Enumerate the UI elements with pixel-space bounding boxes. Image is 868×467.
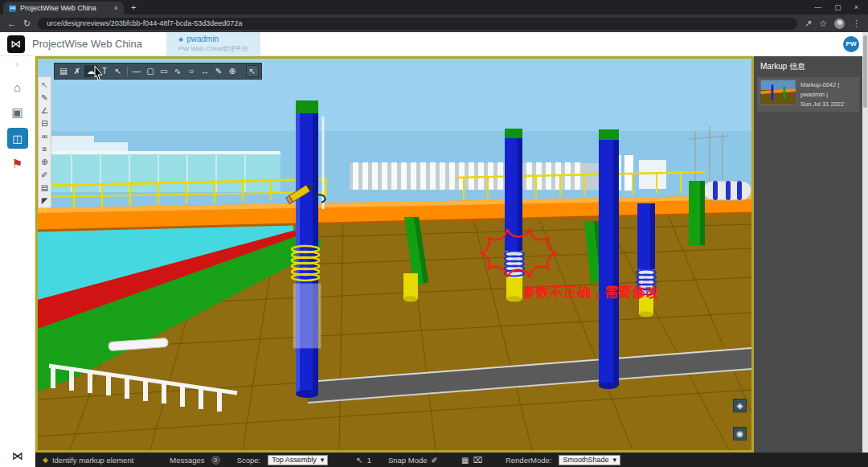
user-avatar[interactable]: PW bbox=[843, 36, 859, 52]
ellipse-icon[interactable]: ○ bbox=[185, 65, 198, 77]
markup-item-title: Markup-0042 | pwadmin | bbox=[800, 80, 857, 100]
save-icon[interactable]: ▤ bbox=[57, 65, 70, 77]
clipboard-tool-icon[interactable]: ▤ bbox=[39, 181, 51, 194]
app-title: ProjectWise Web China bbox=[32, 38, 142, 50]
browser-avatar[interactable] bbox=[834, 18, 845, 29]
annotation-text[interactable]: 参数不正确，需要修改 bbox=[522, 285, 660, 300]
markup-list-item[interactable]: Markup-0042 | pwadmin | Sun Jul 31 2022 bbox=[757, 77, 859, 112]
status-bar: ◆ Identify markup element Messages 0 Sco… bbox=[35, 453, 868, 467]
bookmark-star-icon[interactable]: ☆ bbox=[819, 18, 827, 29]
sidebar-expand-icon[interactable]: › bbox=[16, 59, 18, 68]
scope-value: Top Assembly bbox=[272, 456, 317, 464]
app-header: ⋈ ProjectWise Web China ◉pwadmin PW Web … bbox=[0, 32, 868, 56]
session-user-name: pwadmin bbox=[186, 35, 219, 43]
messages-label[interactable]: Messages bbox=[170, 456, 204, 465]
snap-mode-label[interactable]: Snap Mode bbox=[388, 456, 428, 465]
dimension-icon[interactable]: ↔ bbox=[199, 65, 211, 77]
freehand-icon[interactable]: ✎ bbox=[212, 65, 225, 77]
identify-label: Identify markup element bbox=[52, 456, 133, 465]
scrollbar-thumb[interactable] bbox=[863, 35, 867, 108]
move-icon[interactable]: ⊕ bbox=[226, 65, 239, 77]
chevron-down-icon: ▾ bbox=[321, 456, 325, 464]
select-markup-icon[interactable]: ↖ bbox=[112, 65, 125, 77]
app-logo: ⋈ bbox=[7, 35, 25, 53]
logo-glyph: ⋈ bbox=[11, 38, 22, 50]
markup-info-panel: Markup 信息 Markup-0042 | pwadmin | Sun Ju… bbox=[754, 56, 862, 453]
sidebar: › ⌂ ▣ ◫ ⚑ ⋈ bbox=[0, 56, 35, 467]
window-minimize-button[interactable]: — bbox=[814, 3, 821, 11]
documents-icon[interactable]: ▣ bbox=[6, 102, 29, 123]
browser-toolbar: ← ↻ urce/designreviews/203bfcbb-f044-48f… bbox=[0, 14, 868, 32]
snap-mode-icon[interactable]: ✐ bbox=[432, 456, 438, 465]
favicon-icon: ⋈ bbox=[9, 5, 16, 12]
column-right-tall bbox=[599, 129, 619, 389]
tab-close-icon[interactable]: × bbox=[114, 4, 118, 12]
measure-tool-icon[interactable]: ∠ bbox=[39, 104, 51, 117]
window-maximize-button[interactable]: ▢ bbox=[834, 3, 841, 11]
window-close-button[interactable]: × bbox=[854, 3, 858, 11]
link-tool-icon[interactable]: ∞ bbox=[39, 129, 51, 142]
tab-title: ProjectWise Web China bbox=[20, 4, 110, 12]
session-dot-icon: ◉ bbox=[178, 36, 183, 43]
browser-tab-strip: ⋈ ProjectWise Web China × + — ▢ × bbox=[0, 0, 868, 14]
viewport-tool-palette: ↖ ✎ ∠ ⊟ ∞ ≡ ⊕ ✐ ▤ ◤ bbox=[38, 76, 51, 208]
rendermode-label: RenderMode: bbox=[506, 456, 552, 465]
white-pipe bbox=[703, 181, 751, 200]
scope-label: Scope: bbox=[237, 456, 261, 465]
chevron-down-icon: ▾ bbox=[613, 456, 617, 464]
markup-panel-title: Markup 信息 bbox=[754, 56, 862, 76]
design-review-icon[interactable]: ◫ bbox=[7, 128, 28, 149]
pointer-icon[interactable]: ↖ bbox=[246, 65, 259, 77]
pointer-count: 1 bbox=[367, 456, 371, 465]
rendermode-value: SmoothShade bbox=[563, 456, 608, 464]
markup-thumbnail bbox=[760, 80, 796, 105]
scope-select[interactable]: Top Assembly ▾ bbox=[268, 455, 328, 465]
line-icon[interactable]: — bbox=[130, 65, 143, 77]
markup-item-date: Sun Jul 31 2022 bbox=[800, 100, 857, 109]
browser-tab[interactable]: ⋈ ProjectWise Web China × bbox=[3, 2, 124, 14]
column-right-coil bbox=[637, 203, 656, 317]
home-icon[interactable]: ⌂ bbox=[6, 76, 29, 97]
viewport-corner-buttons: ◈ ◉ bbox=[733, 399, 747, 440]
session-subtitle: PW Web China管理平台 bbox=[178, 44, 248, 53]
back-icon[interactable]: ← bbox=[7, 18, 16, 28]
rendermode-select[interactable]: SmoothShade ▾ bbox=[559, 455, 620, 465]
sidebar-bottom-logo-icon[interactable]: ⋈ bbox=[12, 449, 23, 462]
screen: ⋈ ProjectWise Web China × + — ▢ × ← ↻ ur… bbox=[0, 0, 868, 467]
grid-icon[interactable]: ▦ bbox=[461, 456, 469, 465]
trash-icon[interactable]: ⌧ bbox=[473, 456, 482, 465]
model-viewport[interactable]: 参数不正确，需要修改 ▤ ✗ ☁ T ↖ — ▢ ▭ ∿ ○ ↔ ✎ ⊕ ↖ ↖… bbox=[35, 56, 754, 453]
voice-button[interactable]: ◉ bbox=[733, 427, 747, 440]
model-scene[interactable]: 参数不正确，需要修改 bbox=[38, 59, 751, 450]
mouse-cursor bbox=[94, 66, 104, 82]
messages-count-badge: 0 bbox=[211, 456, 220, 465]
page-scrollbar[interactable] bbox=[862, 32, 868, 467]
markup-toolbar: ▤ ✗ ☁ T ↖ — ▢ ▭ ∿ ○ ↔ ✎ ⊕ ↖ bbox=[54, 63, 262, 80]
select-tool-icon[interactable]: ↖ bbox=[39, 78, 51, 91]
delete-icon[interactable]: ✗ bbox=[71, 65, 84, 77]
pointer-status-icon: ↖ bbox=[356, 456, 362, 465]
share-icon[interactable]: ↗ bbox=[805, 18, 812, 29]
corner-tool-icon[interactable]: ◤ bbox=[39, 194, 51, 207]
identify-icon: ◆ bbox=[43, 456, 48, 464]
browser-menu-icon[interactable]: ⋮ bbox=[852, 18, 861, 29]
new-tab-button[interactable]: + bbox=[131, 2, 136, 12]
toolbar-divider bbox=[127, 67, 128, 76]
list-tool-icon[interactable]: ≡ bbox=[39, 142, 51, 155]
polyline-icon[interactable]: ∿ bbox=[171, 65, 184, 77]
refresh-icon[interactable]: ↻ bbox=[23, 18, 31, 29]
rect-icon[interactable]: ▭ bbox=[158, 65, 170, 77]
nav-cube-button[interactable]: ◈ bbox=[733, 399, 747, 412]
green-support-3 bbox=[689, 181, 705, 245]
pencil-tool-icon[interactable]: ✎ bbox=[39, 91, 51, 104]
zoom-tool-icon[interactable]: ⊕ bbox=[39, 155, 51, 168]
rounded-rect-icon[interactable]: ▢ bbox=[144, 65, 157, 77]
pen-tool-icon[interactable]: ✐ bbox=[39, 168, 51, 181]
user-session-tab[interactable]: ◉pwadmin PW Web China管理平台 bbox=[166, 32, 260, 56]
flag-icon[interactable]: ⚑ bbox=[6, 154, 29, 174]
url-input[interactable]: urce/designreviews/203bfcbb-f044-48f7-bc… bbox=[38, 18, 797, 30]
eraser-tool-icon[interactable]: ⊟ bbox=[39, 117, 51, 129]
